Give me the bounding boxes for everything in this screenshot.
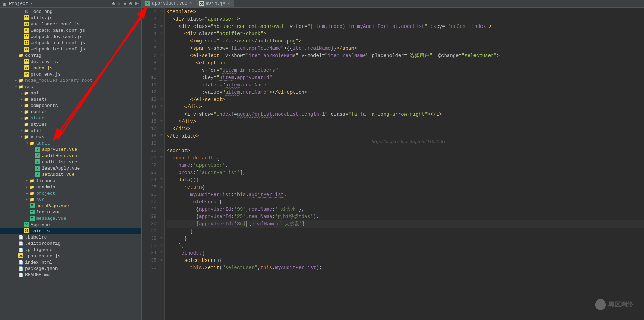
fold-toggle-icon[interactable]: ⊟ bbox=[159, 103, 164, 110]
fold-toggle-icon[interactable]: ⊟ bbox=[159, 52, 164, 59]
tree-item[interactable]: ▸📁router bbox=[0, 109, 141, 115]
code-line[interactable]: :value="uitem.realName"></el-option> bbox=[167, 89, 644, 96]
tree-item[interactable]: 📄README.md bbox=[0, 272, 141, 278]
code-line[interactable]: :label="uitem.realName" bbox=[167, 81, 644, 89]
toolbar-button[interactable]: ⊩ bbox=[135, 1, 139, 7]
tree-item[interactable]: ▸📁util bbox=[0, 127, 141, 134]
code-line[interactable]: name:'apprvUser', bbox=[167, 162, 644, 169]
code-line[interactable]: myAuditPerList:this.auditPerList, bbox=[167, 191, 644, 198]
tree-item[interactable]: ▸📁api bbox=[0, 90, 141, 96]
code-line[interactable] bbox=[167, 140, 644, 147]
fold-toggle-icon[interactable]: ⊟ bbox=[159, 176, 164, 183]
close-icon[interactable]: × bbox=[227, 1, 230, 6]
tree-item[interactable]: JSprod.env.js bbox=[0, 71, 141, 77]
code-line[interactable]: <el-select v-show="item.aprRoleName" v-m… bbox=[167, 52, 644, 60]
tree-arrow-icon[interactable]: ▸ bbox=[20, 116, 24, 120]
toolbar-button[interactable]: ⊕ bbox=[112, 1, 115, 7]
editor-tab[interactable]: VapprvUser.vue× bbox=[142, 0, 196, 7]
code-line[interactable]: v-for="uitem in roleUsers" bbox=[167, 67, 644, 74]
tree-item[interactable]: 📄index.html bbox=[0, 259, 141, 265]
tree-item[interactable]: VApp.vue bbox=[0, 221, 141, 228]
tree-item[interactable]: ▸📁hradmin bbox=[0, 184, 141, 190]
tree-item[interactable]: JS.postcssrc.js bbox=[0, 253, 141, 259]
fold-gutter[interactable]: ⊟⊟⊟⊟⊟⊟⊟⊟⊟⊟⊟⊟⊟⊟⊟⊟ bbox=[159, 8, 165, 320]
code-line[interactable]: <div class="apprvuser"> bbox=[167, 16, 644, 23]
tree-item[interactable]: ▸📁assets bbox=[0, 96, 141, 102]
code-line[interactable]: {apprvUserId:'36|',realName:' 大沙发'}, bbox=[167, 220, 644, 228]
code-line[interactable]: {apprvUserId:'99',realName:' 发大水'}, bbox=[167, 206, 644, 213]
tree-item[interactable]: 📄.gitignore bbox=[0, 247, 141, 253]
fold-toggle-icon[interactable]: ⊟ bbox=[159, 8, 164, 15]
tree-item[interactable]: JSwebpack.prod.conf.js bbox=[0, 40, 141, 46]
tree-item[interactable]: ▸📁finance bbox=[0, 178, 141, 184]
tree-item[interactable]: ▾📁config bbox=[0, 52, 141, 58]
tree-item[interactable]: 🖼logo.png bbox=[0, 8, 141, 15]
tree-item[interactable]: VapprvUser.vue bbox=[0, 146, 141, 153]
tree-arrow-icon[interactable]: ▸ bbox=[25, 191, 29, 195]
code-line[interactable]: </div> bbox=[167, 125, 644, 133]
code-line[interactable]: <script> bbox=[167, 147, 644, 155]
tree-item[interactable]: JSmain.js bbox=[0, 228, 141, 234]
toolbar-button[interactable]: ✦ bbox=[123, 1, 126, 7]
tree-item[interactable]: JSwebpack.test.conf.js bbox=[0, 46, 141, 52]
code-line[interactable]: }, bbox=[167, 242, 644, 250]
tree-item[interactable]: ▾📁views bbox=[0, 134, 141, 140]
code-line[interactable]: <span v-show="!item.aprRoleName">{{item.… bbox=[167, 45, 644, 52]
tree-item[interactable]: JSdev.env.js bbox=[0, 58, 141, 65]
fold-toggle-icon[interactable]: ⊟ bbox=[159, 22, 164, 30]
code-line[interactable]: </div> bbox=[167, 118, 644, 125]
tree-item[interactable]: VhomePage.vue bbox=[0, 203, 141, 209]
fold-toggle-icon[interactable]: ⊟ bbox=[159, 95, 164, 103]
tree-item[interactable]: 📄package.json bbox=[0, 265, 141, 272]
toolbar-button[interactable]: ⇵ bbox=[118, 1, 121, 7]
tree-item[interactable]: VauditList.vue bbox=[0, 159, 141, 165]
tree-item[interactable]: ▸📁sys bbox=[0, 196, 141, 203]
code-line[interactable]: this.$emit("selectUser",this.myAuditPerL… bbox=[167, 264, 644, 272]
fold-toggle-icon[interactable]: ⊟ bbox=[159, 242, 164, 249]
tree-arrow-icon[interactable]: ▸ bbox=[20, 128, 24, 133]
code-line[interactable]: <i v-show="index!=auditPerList.nodeList.… bbox=[167, 111, 644, 118]
tree-item[interactable]: JSutils.js bbox=[0, 15, 141, 21]
tree-item[interactable]: JSvue-loader.conf.js bbox=[0, 21, 141, 27]
close-icon[interactable]: × bbox=[189, 1, 192, 6]
code-line[interactable]: return{ bbox=[167, 184, 644, 191]
fold-toggle-icon[interactable]: ⊟ bbox=[159, 30, 164, 37]
fold-toggle-icon[interactable]: ⊟ bbox=[159, 117, 164, 125]
code-line[interactable]: roleUsers:[ bbox=[167, 198, 644, 206]
code-line[interactable]: <el-option bbox=[167, 60, 644, 67]
fold-toggle-icon[interactable]: ⊟ bbox=[159, 147, 164, 154]
tree-arrow-icon[interactable]: ▸ bbox=[14, 78, 18, 83]
code-line[interactable]: selectUser(){ bbox=[167, 257, 644, 264]
code-line[interactable]: <div class="hb-user-content-approval" v-… bbox=[167, 23, 644, 30]
fold-toggle-icon[interactable]: ⊟ bbox=[159, 183, 164, 190]
tree-arrow-icon[interactable]: ▸ bbox=[20, 91, 24, 95]
fold-toggle-icon[interactable]: ⊟ bbox=[159, 256, 164, 264]
fold-toggle-icon[interactable]: ⊟ bbox=[159, 234, 164, 242]
tree-item[interactable]: ▸📁node_moduleslibrary root bbox=[0, 77, 141, 84]
tree-item[interactable]: JSindex.js bbox=[0, 65, 141, 71]
tree-arrow-icon[interactable]: ▸ bbox=[25, 179, 29, 183]
code-line[interactable]: <img src="../../assets/auditIcon.png"> bbox=[167, 38, 644, 45]
project-tree[interactable]: 🖼logo.pngJSutils.jsJSvue-loader.conf.jsJ… bbox=[0, 8, 141, 320]
tree-item[interactable]: ▾📁audit bbox=[0, 140, 141, 146]
tree-item[interactable]: ▸📁components bbox=[0, 102, 141, 109]
tree-item[interactable]: Vlogin.vue bbox=[0, 209, 141, 215]
code-editor[interactable]: <template> <div class="apprvuser"> <div … bbox=[165, 8, 644, 320]
tree-item[interactable]: JSwebpack.dev.conf.js bbox=[0, 33, 141, 40]
code-line[interactable]: ] bbox=[167, 228, 644, 235]
fold-toggle-icon[interactable]: ⊟ bbox=[159, 249, 164, 256]
tree-arrow-icon[interactable]: ▾ bbox=[20, 135, 24, 139]
tree-arrow-icon[interactable]: ▾ bbox=[14, 85, 18, 89]
code-line[interactable]: methods:{ bbox=[167, 250, 644, 257]
tree-arrow-icon[interactable]: ▸ bbox=[20, 97, 24, 101]
fold-toggle-icon[interactable]: ⊟ bbox=[159, 132, 164, 139]
tree-item[interactable]: 📄.editorconfig bbox=[0, 240, 141, 247]
dropdown-arrow-icon[interactable]: ▾ bbox=[30, 2, 32, 6]
tree-item[interactable]: 📄.babelrc bbox=[0, 234, 141, 240]
fold-toggle-icon[interactable]: ⊟ bbox=[159, 154, 164, 161]
code-line[interactable]: export default { bbox=[167, 155, 644, 162]
code-line[interactable]: } bbox=[167, 235, 644, 242]
code-line[interactable]: {apprvUserId:'25',realName:'的hi好烦fdas'}, bbox=[167, 213, 644, 220]
tree-item[interactable]: VauditHome.vue bbox=[0, 153, 141, 159]
code-line[interactable]: :key="uitem.apprvUserId" bbox=[167, 74, 644, 81]
